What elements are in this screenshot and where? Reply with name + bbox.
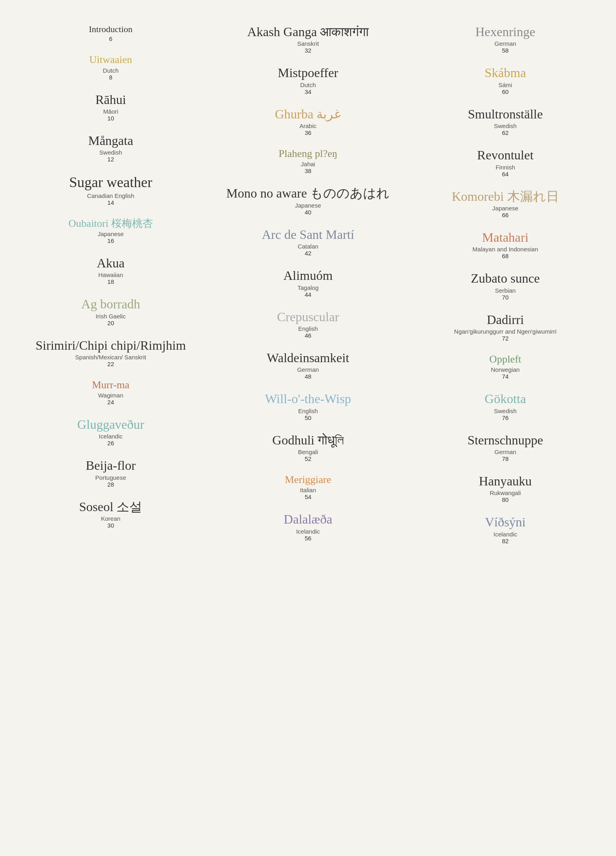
entry-title: Komorebi 木漏れ日 xyxy=(411,189,600,204)
entry-language: Sanskrit xyxy=(213,40,402,47)
entry-page-number: 16 xyxy=(16,237,205,244)
list-item: Soseol 소설Korean30 xyxy=(16,499,205,529)
entry-language: Swedish xyxy=(16,149,205,156)
list-item: SternschnuppeGerman78 xyxy=(411,432,600,462)
list-item: Akash Ganga आकाशगंगाSanskrit32 xyxy=(213,24,402,54)
list-item: DadirriNgan'gikurunggurr and Ngen'giwumi… xyxy=(411,312,600,342)
entry-language: Korean xyxy=(16,515,205,522)
list-item: Arc de Sant MartíCatalan42 xyxy=(213,227,402,257)
entry-page-number: 32 xyxy=(213,47,402,54)
list-item: Oubaitori 桜梅桃杏Japanese16 xyxy=(16,217,205,244)
column-3: HexenringeGerman58SkábmaSámi60Smultronst… xyxy=(411,24,600,556)
entry-language: Canadian English xyxy=(16,192,205,199)
list-item: HanyaukuRukwangali80 xyxy=(411,473,600,503)
entry-language: Icelandic xyxy=(411,531,600,538)
list-item: AlimuómTagalog44 xyxy=(213,268,402,298)
list-item: Mono no aware もののあはれJapanese40 xyxy=(213,185,402,215)
entry-title: Dadirri xyxy=(411,312,600,327)
entry-page-number: 52 xyxy=(213,455,402,462)
entry-page-number: 30 xyxy=(16,522,205,529)
list-item: MatahariMalayan and Indonesian68 xyxy=(411,230,600,259)
list-item: Komorebi 木漏れ日Japanese66 xyxy=(411,189,600,218)
entry-title: Mångata xyxy=(16,133,205,148)
entry-title: Godhuli गोधूলি xyxy=(213,432,402,448)
entry-page-number: 8 xyxy=(16,74,205,81)
list-item: GökottaSwedish76 xyxy=(411,391,600,421)
list-item: OppleftNorwegian74 xyxy=(411,353,600,380)
entry-title: Oubaitori 桜梅桃杏 xyxy=(16,217,205,230)
list-item: Sirimiri/Chipi chipi/RimjhimSpanish/Mexi… xyxy=(16,338,205,367)
list-item: WaldeinsamkeitGerman48 xyxy=(213,350,402,380)
entry-page-number: 76 xyxy=(411,414,600,421)
entry-title: Smultronställe xyxy=(411,106,600,122)
entry-page-number: 14 xyxy=(16,199,205,206)
column-1: Introduction6UitwaaienDutch8RāhuiMāori10… xyxy=(16,24,205,556)
entry-language: Bengali xyxy=(213,448,402,455)
entry-title: Gluggaveður xyxy=(16,417,205,432)
entry-title: Introduction xyxy=(16,24,205,35)
entry-title: Hexenringe xyxy=(411,24,600,39)
entry-title: Rāhui xyxy=(16,92,205,107)
entry-language: Dutch xyxy=(16,67,205,74)
table-of-contents: Introduction6UitwaaienDutch8RāhuiMāori10… xyxy=(16,24,600,556)
entry-page-number: 36 xyxy=(213,129,402,136)
entry-page-number: 12 xyxy=(16,156,205,163)
entry-language: Finnish xyxy=(411,164,600,171)
list-item: RāhuiMāori10 xyxy=(16,92,205,122)
entry-title: Oppleft xyxy=(411,353,600,365)
entry-language: Serbian xyxy=(411,287,600,294)
entry-title: Meriggiare xyxy=(213,473,402,486)
entry-language: Māori xyxy=(16,108,205,115)
entry-page-number: 62 xyxy=(411,129,600,136)
list-item: UitwaaienDutch8 xyxy=(16,53,205,80)
entry-page-number: 78 xyxy=(411,455,600,462)
entry-page-number: 22 xyxy=(16,361,205,367)
entry-language: Icelandic xyxy=(16,433,205,440)
list-item: Ag borradhIrish Gaelic20 xyxy=(16,296,205,326)
list-item: CrepuscularEnglish46 xyxy=(213,309,402,339)
entry-title: Sirimiri/Chipi chipi/Rimjhim xyxy=(16,338,205,353)
entry-language: Catalan xyxy=(213,243,402,250)
entry-title: Ag borradh xyxy=(16,296,205,312)
entry-language: Swedish xyxy=(411,408,600,414)
list-item: Murr-maWagiman24 xyxy=(16,379,205,406)
list-item: RevontuletFinnish64 xyxy=(411,147,600,177)
entry-title: Alimuóm xyxy=(213,268,402,283)
entry-title: Ghurba غربة xyxy=(213,106,402,122)
entry-title: Dalalæða xyxy=(213,512,402,527)
entry-title: Soseol 소설 xyxy=(16,499,205,514)
entry-title: Gökotta xyxy=(411,391,600,406)
entry-language: Icelandic xyxy=(213,528,402,535)
entry-page-number: 72 xyxy=(411,335,600,342)
entry-page-number: 80 xyxy=(411,496,600,503)
entry-title: Matahari xyxy=(411,230,600,245)
entry-title: Sternschnuppe xyxy=(411,432,600,448)
entry-page-number: 26 xyxy=(16,440,205,446)
entry-page-number: 70 xyxy=(411,294,600,301)
entry-language: Japanese xyxy=(411,205,600,212)
list-item: SmultronställeSwedish62 xyxy=(411,106,600,136)
entry-page-number: 54 xyxy=(213,493,402,500)
entry-language: German xyxy=(411,40,600,47)
entry-page-number: 42 xyxy=(213,250,402,257)
entry-title: Will-o'-the-Wisp xyxy=(213,391,402,406)
entry-language: Dutch xyxy=(213,82,402,88)
list-item: Sugar weatherCanadian English14 xyxy=(16,174,205,206)
entry-page-number: 44 xyxy=(213,291,402,298)
entry-page-number: 66 xyxy=(411,212,600,218)
entry-page-number: 58 xyxy=(411,47,600,54)
entry-language: Hawaiian xyxy=(16,271,205,278)
entry-page-number: 38 xyxy=(213,167,402,174)
list-item: Godhuli गोधूলিBengali52 xyxy=(213,432,402,462)
entry-language: German xyxy=(411,448,600,455)
list-item: Will-o'-the-WispEnglish50 xyxy=(213,391,402,421)
entry-title: Murr-ma xyxy=(16,379,205,391)
entry-title: Beija-flor xyxy=(16,458,205,473)
list-item: HexenringeGerman58 xyxy=(411,24,600,54)
list-item: MångataSwedish12 xyxy=(16,133,205,163)
entry-language: English xyxy=(213,408,402,414)
entry-title: Mono no aware もののあはれ xyxy=(213,185,402,201)
list-item: Zubato sunceSerbian70 xyxy=(411,271,600,300)
list-item: Plaheng pl?eŋJahai38 xyxy=(213,147,402,174)
entry-language: Arabic xyxy=(213,122,402,129)
